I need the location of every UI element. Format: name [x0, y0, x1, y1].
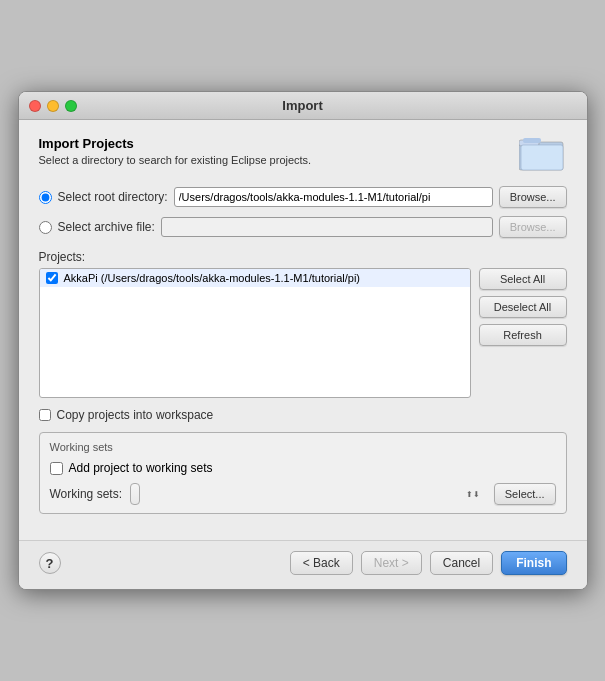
project-action-buttons: Select All Deselect All Refresh	[479, 268, 567, 346]
back-button[interactable]: < Back	[290, 551, 353, 575]
working-sets-legend: Working sets	[50, 441, 556, 453]
archive-file-label: Select archive file:	[58, 220, 155, 234]
add-working-sets-checkbox[interactable]	[50, 462, 63, 475]
footer-right: < Back Next > Cancel Finish	[290, 551, 567, 575]
archive-file-radio[interactable]	[39, 221, 52, 234]
refresh-button[interactable]: Refresh	[479, 324, 567, 346]
window-title: Import	[282, 98, 322, 113]
working-sets-dropdown-label: Working sets:	[50, 487, 122, 501]
import-dialog: Import Import Projects Select a director…	[18, 91, 588, 590]
archive-browse-button: Browse...	[499, 216, 567, 238]
projects-list[interactable]: AkkaPi (/Users/dragos/tools/akka-modules…	[39, 268, 471, 398]
titlebar: Import	[19, 92, 587, 120]
projects-label: Projects:	[39, 250, 567, 264]
form-section: Select root directory: /Users/dragos/too…	[39, 186, 567, 238]
archive-file-row: Select archive file: Browse...	[39, 216, 567, 238]
root-directory-row: Select root directory: /Users/dragos/too…	[39, 186, 567, 208]
add-working-sets-label: Add project to working sets	[69, 461, 213, 475]
working-sets-group: Working sets Add project to working sets…	[39, 432, 567, 514]
projects-container: AkkaPi (/Users/dragos/tools/akka-modules…	[39, 268, 567, 398]
copy-label: Copy projects into workspace	[57, 408, 214, 422]
list-item[interactable]: AkkaPi (/Users/dragos/tools/akka-modules…	[40, 269, 470, 287]
project-name: AkkaPi (/Users/dragos/tools/akka-modules…	[64, 272, 361, 284]
project-checkbox[interactable]	[46, 272, 58, 284]
archive-file-input[interactable]	[161, 217, 493, 237]
root-directory-radio[interactable]	[39, 191, 52, 204]
working-sets-select-wrapper	[130, 483, 486, 505]
page-subtitle: Select a directory to search for existin…	[39, 154, 312, 166]
projects-section: Projects: AkkaPi (/Users/dragos/tools/ak…	[39, 250, 567, 398]
maximize-button[interactable]	[65, 100, 77, 112]
working-sets-select-button[interactable]: Select...	[494, 483, 556, 505]
footer: ? < Back Next > Cancel Finish	[19, 540, 587, 589]
close-button[interactable]	[29, 100, 41, 112]
working-sets-dropdown-row: Working sets: Select...	[50, 483, 556, 505]
next-button[interactable]: Next >	[361, 551, 422, 575]
add-to-working-sets-row: Add project to working sets	[50, 461, 556, 475]
copy-checkbox[interactable]	[39, 409, 51, 421]
help-button[interactable]: ?	[39, 552, 61, 574]
minimize-button[interactable]	[47, 100, 59, 112]
cancel-button[interactable]: Cancel	[430, 551, 493, 575]
page-title: Import Projects	[39, 136, 312, 151]
root-directory-input[interactable]: /Users/dragos/tools/akka-modules-1.1-M1/…	[174, 187, 493, 207]
header-text: Import Projects Select a directory to se…	[39, 136, 312, 166]
header-area: Import Projects Select a directory to se…	[39, 136, 567, 172]
root-browse-button[interactable]: Browse...	[499, 186, 567, 208]
root-directory-label: Select root directory:	[58, 190, 168, 204]
footer-left: ?	[39, 552, 61, 574]
main-content: Import Projects Select a directory to se…	[19, 120, 587, 540]
svg-rect-2	[521, 145, 563, 170]
select-all-button[interactable]: Select All	[479, 268, 567, 290]
deselect-all-button[interactable]: Deselect All	[479, 296, 567, 318]
copy-checkbox-row: Copy projects into workspace	[39, 408, 567, 422]
traffic-lights	[29, 100, 77, 112]
svg-rect-3	[523, 138, 541, 143]
folder-icon	[519, 132, 567, 172]
finish-button[interactable]: Finish	[501, 551, 566, 575]
working-sets-dropdown[interactable]	[130, 483, 140, 505]
